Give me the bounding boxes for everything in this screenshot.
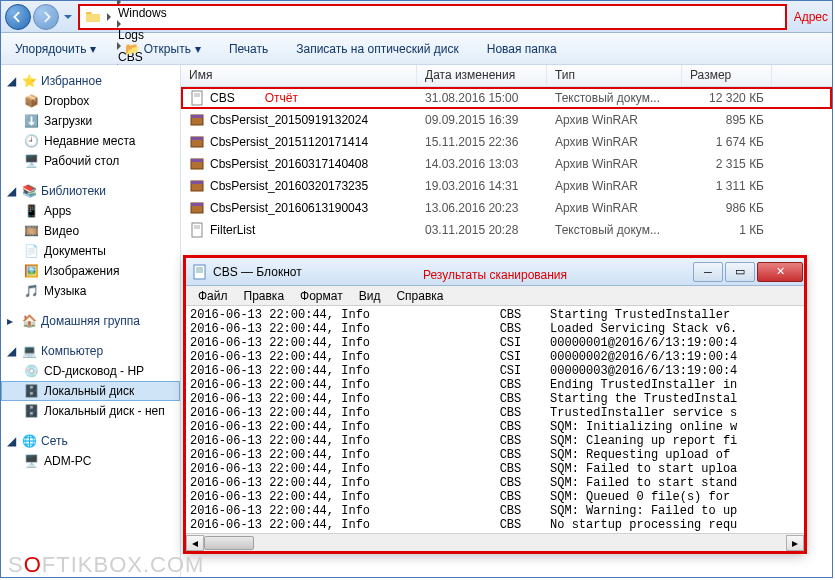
- sidebar-item[interactable]: 📦Dropbox: [1, 91, 180, 111]
- text-file-icon: [189, 90, 205, 106]
- desktop-icon: 🖥️: [23, 153, 39, 169]
- notepad-window: CBS — Блокнот ─ ▭ ✕ Результаты сканирова…: [185, 257, 805, 552]
- file-date: 09.09.2015 16:39: [417, 113, 547, 127]
- column-size[interactable]: Размер: [682, 65, 772, 86]
- image-icon: 🖼️: [23, 263, 39, 279]
- file-name: CbsPersist_20151120171414: [210, 135, 368, 149]
- file-row[interactable]: CbsPersist_2015112017141415.11.2015 22:3…: [181, 131, 832, 153]
- watermark: SOFTIKBOX.COM: [8, 552, 204, 578]
- history-dropdown[interactable]: [61, 4, 75, 30]
- scroll-track[interactable]: [204, 535, 786, 551]
- file-date: 13.06.2016 20:23: [417, 201, 547, 215]
- apps-icon: 📱: [23, 203, 39, 219]
- menu-файл[interactable]: Файл: [190, 287, 236, 305]
- chevron-right-icon[interactable]: [114, 20, 124, 28]
- sidebar-item[interactable]: 🕘Недавние места: [1, 131, 180, 151]
- burn-button[interactable]: Записать на оптический диск: [288, 39, 467, 59]
- sidebar-item[interactable]: 🎵Музыка: [1, 281, 180, 301]
- scroll-right-button[interactable]: ▸: [786, 535, 804, 551]
- column-date[interactable]: Дата изменения: [417, 65, 547, 86]
- file-type: Архив WinRAR: [547, 201, 682, 215]
- close-button[interactable]: ✕: [757, 262, 803, 282]
- recent-icon: 🕘: [23, 133, 39, 149]
- sidebar-item[interactable]: 📱Apps: [1, 201, 180, 221]
- open-button[interactable]: 📂 Открыть▾: [116, 38, 208, 60]
- column-type[interactable]: Тип: [547, 65, 682, 86]
- svg-rect-6: [191, 137, 203, 140]
- svg-rect-4: [191, 115, 203, 118]
- computer-group[interactable]: ◢💻Компьютер: [1, 341, 180, 361]
- svg-rect-13: [192, 223, 202, 237]
- download-icon: ⬇️: [23, 113, 39, 129]
- file-date: 14.03.2016 13:03: [417, 157, 547, 171]
- sidebar-item[interactable]: 🖥️ADM-PC: [1, 451, 180, 471]
- address-bar[interactable]: КомпьютерЛокальный дискWindowsLogsCBS: [79, 5, 786, 29]
- file-row[interactable]: CbsPersist_2016031714040814.03.2016 13:0…: [181, 153, 832, 175]
- file-row[interactable]: FilterList03.11.2015 20:28Текстовый доку…: [181, 219, 832, 241]
- new-folder-button[interactable]: Новая папка: [479, 39, 565, 59]
- file-name: CbsPersist_20160317140408: [210, 157, 368, 171]
- archive-icon: [189, 112, 205, 128]
- chevron-right-icon[interactable]: [104, 13, 114, 21]
- sidebar-item[interactable]: ⬇️Загрузки: [1, 111, 180, 131]
- libraries-group[interactable]: ◢📚Библиотеки: [1, 181, 180, 201]
- file-name: CbsPersist_20160320173235: [210, 179, 368, 193]
- print-button[interactable]: Печать: [221, 39, 276, 59]
- column-headers: Имя Дата изменения Тип Размер: [181, 65, 832, 87]
- sidebar-item[interactable]: 🎞️Видео: [1, 221, 180, 241]
- folder-icon: [85, 9, 101, 25]
- navigation-pane: ◢⭐Избранное 📦Dropbox⬇️Загрузки🕘Недавние …: [1, 65, 181, 577]
- svg-rect-12: [191, 203, 203, 206]
- notepad-content[interactable]: 2016-06-13 22:00:44, Info CBS Starting T…: [186, 306, 804, 533]
- sidebar-item[interactable]: 🗄️Локальный диск: [1, 381, 180, 401]
- file-row[interactable]: CbsPersist_2015091913202409.09.2015 16:3…: [181, 109, 832, 131]
- library-icon: 📚: [21, 183, 37, 199]
- file-size: 12 320 КБ: [682, 91, 772, 105]
- maximize-button[interactable]: ▭: [725, 262, 755, 282]
- forward-button[interactable]: [33, 4, 59, 30]
- organize-button[interactable]: Упорядочить▾: [7, 39, 104, 59]
- sidebar-item[interactable]: 🗄️Локальный диск - неп: [1, 401, 180, 421]
- favorites-group[interactable]: ◢⭐Избранное: [1, 71, 180, 91]
- file-type: Архив WinRAR: [547, 157, 682, 171]
- back-button[interactable]: [5, 4, 31, 30]
- network-group[interactable]: ◢🌐Сеть: [1, 431, 180, 451]
- archive-icon: [189, 200, 205, 216]
- homegroup-icon: 🏠: [21, 313, 37, 329]
- menu-формат[interactable]: Формат: [292, 287, 351, 305]
- pc-icon: 🖥️: [23, 453, 39, 469]
- file-type: Текстовый докум...: [547, 91, 682, 105]
- homegroup-group[interactable]: ▸🏠Домашняя группа: [1, 311, 180, 331]
- file-name: FilterList: [210, 223, 255, 237]
- dropbox-icon: 📦: [23, 93, 39, 109]
- sidebar-item[interactable]: 💿CD-дисковод - HP: [1, 361, 180, 381]
- file-list[interactable]: CBSОтчёт31.08.2016 15:00Текстовый докум.…: [181, 87, 832, 241]
- sidebar-item[interactable]: 📄Документы: [1, 241, 180, 261]
- scroll-left-button[interactable]: ◂: [186, 535, 204, 551]
- doc-icon: 📄: [23, 243, 39, 259]
- sidebar-item[interactable]: 🖥️Рабочий стол: [1, 151, 180, 171]
- notepad-menubar: ФайлПравкаФорматВидСправка: [186, 286, 804, 306]
- file-row[interactable]: CBSОтчёт31.08.2016 15:00Текстовый докум.…: [181, 87, 832, 109]
- horizontal-scrollbar[interactable]: ◂ ▸: [186, 533, 804, 551]
- network-icon: 🌐: [21, 433, 37, 449]
- file-size: 2 315 КБ: [682, 157, 772, 171]
- menu-правка[interactable]: Правка: [236, 287, 293, 305]
- music-icon: 🎵: [23, 283, 39, 299]
- archive-icon: [189, 156, 205, 172]
- menu-вид[interactable]: Вид: [351, 287, 389, 305]
- video-icon: 🎞️: [23, 223, 39, 239]
- column-name[interactable]: Имя: [181, 65, 417, 86]
- minimize-button[interactable]: ─: [693, 262, 723, 282]
- scroll-thumb[interactable]: [204, 536, 254, 550]
- file-row[interactable]: CbsPersist_2016032017323519.03.2016 14:3…: [181, 175, 832, 197]
- file-size: 895 КБ: [682, 113, 772, 127]
- breadcrumb-2[interactable]: Windows: [114, 6, 212, 20]
- file-size: 1 674 КБ: [682, 135, 772, 149]
- sidebar-item[interactable]: 🖼️Изображения: [1, 261, 180, 281]
- file-row[interactable]: CbsPersist_2016061319004313.06.2016 20:2…: [181, 197, 832, 219]
- menu-справка[interactable]: Справка: [388, 287, 451, 305]
- notepad-annotation: Результаты сканирования: [423, 268, 567, 282]
- disk-icon: 🗄️: [23, 383, 39, 399]
- archive-icon: [189, 178, 205, 194]
